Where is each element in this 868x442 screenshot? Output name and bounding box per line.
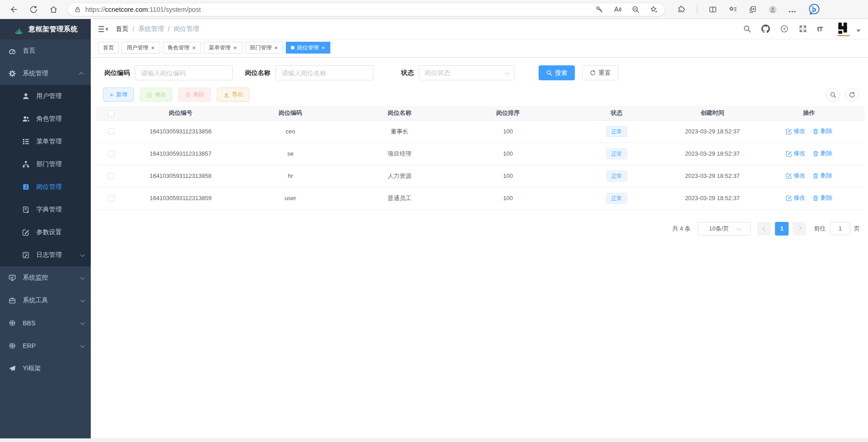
chevron-down-icon bbox=[80, 275, 85, 280]
tags-view-bar: 首页 用户管理 × 角色管理 × 菜单管理 × 部门管理 × bbox=[91, 39, 868, 58]
sidebar-item-tools[interactable]: 系统工具 bbox=[0, 289, 91, 312]
fullscreen-icon[interactable] bbox=[799, 25, 807, 33]
help-icon[interactable]: ? bbox=[780, 25, 789, 33]
sidebar-item-system[interactable]: 系统管理 bbox=[0, 62, 91, 85]
post-code-label: 岗位编码 bbox=[104, 69, 130, 77]
add-button[interactable]: + 新增 bbox=[103, 88, 134, 102]
extensions-puzzle-icon[interactable] bbox=[677, 5, 686, 14]
password-key-icon[interactable] bbox=[595, 5, 604, 14]
user-avatar[interactable] bbox=[835, 20, 853, 38]
tab-post-mgmt[interactable]: 岗位管理 × bbox=[286, 42, 330, 54]
edit-pencil-icon bbox=[22, 229, 29, 236]
sidebar-item-menu-mgmt[interactable]: 菜单管理 bbox=[0, 130, 91, 153]
breadcrumb-home[interactable]: 首页 bbox=[116, 25, 128, 33]
browser-refresh-icon[interactable] bbox=[29, 5, 38, 14]
search-form: 岗位编码 岗位名称 状态 岗位状态 搜索 bbox=[104, 65, 864, 80]
row-delete-link[interactable]: 删除 bbox=[813, 127, 832, 135]
row-delete-link[interactable]: 删除 bbox=[813, 172, 832, 180]
browser-back-icon[interactable] bbox=[9, 5, 18, 14]
sidebar-item-post-mgmt[interactable]: 岗位管理 bbox=[0, 176, 91, 198]
tab-menu-mgmt[interactable]: 菜单管理 × bbox=[204, 42, 242, 54]
bing-chat-icon[interactable] bbox=[808, 3, 820, 16]
row-checkbox[interactable] bbox=[108, 151, 114, 157]
next-page-button[interactable] bbox=[793, 222, 806, 236]
page-size-select[interactable]: 10条/页 bbox=[698, 222, 751, 236]
browser-more-menu-icon[interactable]: … bbox=[788, 7, 797, 12]
tab-dept-mgmt[interactable]: 部门管理 × bbox=[245, 42, 284, 54]
row-edit-link[interactable]: 修改 bbox=[786, 194, 805, 202]
url-text[interactable]: https://ccnetcore.com:1101/system/post bbox=[85, 6, 595, 13]
sidebar-item-bbs[interactable]: BBS bbox=[0, 312, 91, 334]
tab-close-icon[interactable]: × bbox=[151, 45, 155, 51]
sidebar-collapse-icon[interactable] bbox=[98, 25, 108, 34]
sidebar-item-dict-mgmt[interactable]: 字典管理 bbox=[0, 198, 91, 221]
collections-icon[interactable] bbox=[728, 5, 737, 14]
tab-close-icon[interactable]: × bbox=[233, 45, 237, 51]
sidebar-item-label: BBS bbox=[23, 319, 77, 327]
row-delete-link[interactable]: 删除 bbox=[813, 149, 832, 157]
sidebar-item-dept-mgmt[interactable]: 部门管理 bbox=[0, 153, 91, 176]
chevron-down-icon bbox=[736, 225, 741, 230]
column-header-post-id: 岗位编号 bbox=[126, 106, 235, 120]
site-lock-icon[interactable] bbox=[74, 6, 81, 13]
sidebar-item-monitor[interactable]: 系统监控 bbox=[0, 266, 91, 289]
row-checkbox[interactable] bbox=[108, 128, 114, 135]
tab-label: 角色管理 bbox=[168, 44, 190, 52]
header-search-icon[interactable] bbox=[743, 25, 751, 33]
breadcrumb-section[interactable]: 系统管理 bbox=[138, 25, 164, 33]
tab-role-mgmt[interactable]: 角色管理 × bbox=[163, 42, 201, 54]
search-button[interactable]: 搜索 bbox=[539, 65, 575, 80]
address-bar[interactable]: https://ccnetcore.com:1101/system/post bbox=[67, 3, 665, 16]
add-favorite-star-icon[interactable] bbox=[649, 5, 658, 14]
tab-close-icon[interactable]: × bbox=[192, 45, 196, 51]
status-select-placeholder: 岗位状态 bbox=[425, 69, 505, 77]
select-all-checkbox[interactable] bbox=[108, 110, 114, 117]
row-edit-link[interactable]: 修改 bbox=[786, 149, 805, 157]
sidebar-item-home[interactable]: 首页 bbox=[0, 39, 91, 62]
user-menu[interactable] bbox=[835, 20, 861, 38]
row-checkbox[interactable] bbox=[108, 195, 114, 201]
table-row: 1641030593112313859 user 普通员工 100 正常 202… bbox=[96, 187, 864, 209]
cell-post-code: se bbox=[235, 142, 345, 165]
browser-home-icon[interactable] bbox=[49, 5, 58, 14]
row-edit-link[interactable]: 修改 bbox=[786, 127, 805, 135]
delete-button[interactable]: 删除 bbox=[178, 88, 211, 102]
refresh-table-button[interactable] bbox=[845, 88, 859, 102]
sidebar-item-user-mgmt[interactable]: 用户管理 bbox=[0, 85, 91, 108]
new-tab-copy-icon[interactable] bbox=[748, 5, 757, 14]
cell-created-time: 2023-03-29 18:52:37 bbox=[671, 165, 754, 187]
post-name-input[interactable] bbox=[275, 65, 373, 80]
tab-user-mgmt[interactable]: 用户管理 × bbox=[122, 42, 160, 54]
status-select[interactable]: 岗位状态 bbox=[419, 65, 515, 80]
tab-close-icon[interactable]: × bbox=[321, 45, 325, 51]
read-aloud-icon[interactable] bbox=[613, 5, 622, 14]
pagination-total: 共 4 条 bbox=[672, 225, 691, 233]
reset-button[interactable]: 重置 bbox=[582, 65, 618, 80]
export-button[interactable]: 导出 bbox=[217, 88, 250, 102]
sidebar-item-log-mgmt[interactable]: 日志管理 bbox=[0, 244, 91, 266]
table-header-row: 岗位编号 岗位编码 岗位名称 岗位排序 状态 创建时间 操作 bbox=[96, 106, 864, 120]
post-code-input[interactable] bbox=[135, 65, 233, 80]
sidebar-item-yi-framework[interactable]: Yi框架 bbox=[0, 357, 91, 380]
sidebar-item-role-mgmt[interactable]: 角色管理 bbox=[0, 108, 91, 130]
split-screen-icon[interactable] bbox=[708, 5, 717, 14]
tab-home[interactable]: 首页 bbox=[98, 42, 119, 54]
zoom-out-icon[interactable] bbox=[631, 5, 640, 14]
cell-created-time: 2023-03-29 18:52:37 bbox=[671, 142, 754, 165]
row-edit-link[interactable]: 修改 bbox=[786, 172, 805, 180]
breadcrumb-separator: / bbox=[132, 25, 134, 33]
edit-button[interactable]: 修改 bbox=[140, 88, 172, 102]
horizontal-scrollbar[interactable] bbox=[0, 438, 868, 442]
sidebar-item-param-settings[interactable]: 参数设置 bbox=[0, 221, 91, 244]
row-checkbox[interactable] bbox=[108, 173, 114, 179]
toggle-search-button[interactable] bbox=[826, 88, 840, 102]
goto-page-input[interactable] bbox=[830, 222, 850, 235]
browser-profile-avatar[interactable] bbox=[768, 5, 777, 14]
font-size-icon[interactable]: tT bbox=[817, 25, 823, 33]
prev-page-button[interactable] bbox=[757, 222, 771, 236]
sidebar-item-erp[interactable]: ERP bbox=[0, 334, 91, 357]
page-number-button[interactable]: 1 bbox=[775, 222, 789, 236]
tab-close-icon[interactable]: × bbox=[274, 45, 279, 51]
row-delete-link[interactable]: 删除 bbox=[813, 194, 832, 202]
github-icon[interactable] bbox=[761, 25, 770, 33]
